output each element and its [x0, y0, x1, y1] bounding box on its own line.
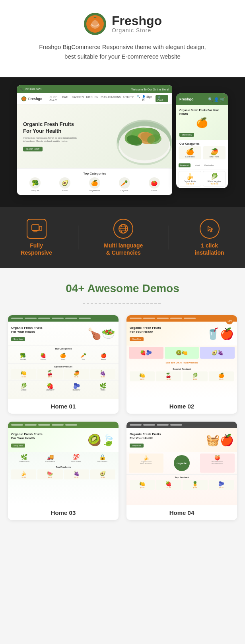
feature-responsive: FullyResponsive: [21, 219, 52, 256]
demo-card-2: Organic Fresh FruitsFor Your Health Shop…: [126, 315, 237, 414]
logo-area: Freshgo Organic Store: [8, 12, 237, 36]
demo2-hero: Organic Fresh FruitsFor Your Health Shop…: [126, 322, 237, 346]
demo4-navbar: [126, 422, 237, 428]
mobile-products-row: 🍌 Organic Fruits ★★★★★ 🥬 Winter Veggies …: [176, 169, 228, 188]
responsive-label: FullyResponsive: [21, 242, 52, 256]
demo3-preview: Organic Fresh FruitsFor Your Health Shop…: [8, 422, 119, 505]
mobile-tab-featured[interactable]: Featured: [179, 163, 191, 167]
demo3-hero: Organic Fresh FruitsFor Your Health Shop…: [8, 428, 119, 452]
desktop-mockup: 📞 +99 870 3451 Welcome To Our Online Sto…: [17, 85, 172, 195]
feature-divider-1: [78, 226, 78, 249]
demo-card-4: Organic Fresh FruitsFor Your Health Shop…: [126, 422, 237, 520]
svg-rect-17: [39, 226, 42, 230]
mockup-hero-image: [105, 106, 172, 167]
multilang-label: Multi language& Currencies: [104, 242, 143, 256]
demo2-preview: Organic Fresh FruitsFor Your Health Shop…: [126, 315, 237, 399]
mockup-cat-item: 🍅 Fresh: [149, 177, 160, 192]
demos-section: 04+ Awesome Demos Organic Fresh FruitsFo…: [0, 268, 245, 532]
hero-preview-section: 📞 +99 870 3451 Welcome To Our Online Sto…: [0, 77, 245, 207]
mobile-product-card: 🍌 Organic Fruits ★★★★★: [179, 171, 201, 187]
demos-title-rest: Awesome Demos: [87, 282, 179, 295]
click-icon: [200, 219, 220, 239]
mobile-hero-title: Organic Fresh Fruits For Your Health: [179, 108, 225, 116]
mockup-shop-btn[interactable]: SHOP NOW: [23, 147, 43, 151]
mobile-tabs: Featured Latest Bestseller: [176, 162, 228, 169]
mobile-shop-btn[interactable]: Shop Now: [179, 133, 194, 137]
demos-title: 04+ Awesome Demos: [8, 282, 237, 295]
features-section: FullyResponsive Multi language& Currenci…: [0, 207, 245, 268]
mobile-hero-banner: Organic Fresh Fruits For Your Health 🍊 S…: [176, 105, 228, 140]
feature-divider-2: [169, 226, 169, 249]
mockup-cat-item: 🥕 Organic: [119, 177, 130, 192]
brand-logo-icon: [83, 12, 107, 36]
demo4-hero: Organic Fresh FruitsFor Your Health Shop…: [126, 428, 237, 452]
mobile-tab-latest[interactable]: Latest: [192, 163, 201, 167]
demo1-label: Home 01: [8, 399, 119, 414]
install-label: 1 clickinstallation: [195, 242, 224, 256]
demo4-label: Home 04: [126, 505, 237, 520]
demo-card-1: Organic Fresh FruitsFor Your Health Shop…: [8, 315, 119, 414]
mockup-cat-item: 🥦 Shop All: [29, 177, 41, 192]
demos-grid: Organic Fresh FruitsFor Your Health Shop…: [8, 315, 237, 520]
demos-count: 04+: [66, 282, 85, 295]
mobile-tab-bestseller[interactable]: Bestseller: [203, 163, 216, 167]
header-section: Freshgo Organic Store Freshgo BigCommerc…: [0, 0, 245, 77]
mockup-categories-title: Top Categories: [20, 172, 169, 175]
demo1-preview: Organic Fresh FruitsFor Your Health Shop…: [8, 315, 119, 399]
mockup-categories: Top Categories 🥦 Shop All 🥑 Fruits 🍊 Veg…: [17, 168, 172, 195]
demos-divider: [8, 298, 237, 305]
mobile-categories-grid: 🍊 Cut Fruits 🥭 Dry Fruits: [176, 146, 228, 162]
mobile-topbar: Freshgo 🔍 👤 🛒: [176, 93, 228, 105]
demo2-label: Home 02: [126, 399, 237, 414]
mobile-cat-card: 🍊 Cut Fruits: [179, 146, 201, 159]
mockup-hero-subtitle: Interdum at malesuada femet ac ante ipsu…: [23, 136, 79, 143]
demo3-label: Home 03: [8, 505, 119, 520]
svg-point-3: [22, 97, 26, 101]
brand-name: Freshgo: [112, 14, 162, 27]
brand-tagline: Organic Store: [112, 27, 162, 33]
mockup-nav-items: SHOP ALL ▾ BATH GARDEN KITCHEN PUBLICATI…: [50, 96, 134, 102]
mockup-hero-area: Organic Fresh FruitsFor Your Health Inte…: [17, 104, 172, 168]
mobile-product-card: 🥬 Winter Veggies ★★★★★: [203, 171, 226, 187]
globe-icon: [113, 219, 133, 239]
demo1-navbar: [8, 315, 119, 322]
logo-text-area: Freshgo Organic Store: [112, 14, 162, 33]
mobile-cat-card: 🥭 Dry Fruits: [203, 146, 226, 159]
demo4-preview: Organic Fresh FruitsFor Your Health Shop…: [126, 422, 237, 505]
mockup-cat-item: 🍊 Vegetables: [89, 177, 100, 192]
demo2-navbar: [126, 315, 237, 322]
responsive-icon: [27, 219, 47, 239]
mockup-logo-sm-icon: [21, 96, 27, 102]
mobile-categories-title: Our Categories: [176, 140, 228, 146]
mobile-brand-name: Freshgo: [179, 97, 194, 101]
demo1-hero: Organic Fresh FruitsFor Your Health Shop…: [8, 322, 119, 346]
feature-multilang: Multi language& Currencies: [104, 219, 143, 256]
header-description: Freshgo BigCommerce Responsive theme wit…: [27, 42, 218, 61]
mobile-mockup: Freshgo 🔍 👤 🛒 Organic Fresh Fruits For Y…: [176, 93, 228, 188]
feature-install: 1 clickinstallation: [195, 219, 224, 256]
svg-rect-16: [33, 231, 37, 232]
demo-card-3: Organic Fresh FruitsFor Your Health Shop…: [8, 422, 119, 520]
mockup-hero-title: Organic Fresh FruitsFor Your Health: [23, 121, 79, 135]
demo3-navbar: [8, 422, 119, 428]
mockup-navbar: Freshgo SHOP ALL ▾ BATH GARDEN KITCHEN P…: [17, 93, 172, 104]
mockup-topbar: 📞 +99 870 3451 Welcome To Our Online Sto…: [17, 85, 172, 93]
svg-rect-15: [32, 225, 39, 230]
mockup-cat-item: 🥑 Fruits: [59, 177, 70, 192]
